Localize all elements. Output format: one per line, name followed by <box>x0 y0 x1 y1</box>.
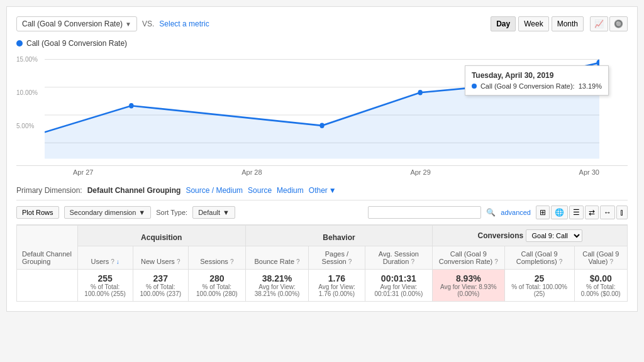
medium-link[interactable]: Medium <box>277 186 304 195</box>
metric-label: Call (Goal 9 Conversion Rate) <box>22 19 123 28</box>
total-new-users-value: 237 <box>138 273 183 283</box>
globe-icon[interactable]: 🌐 <box>551 206 568 219</box>
col1-header-label: Default Channel Grouping <box>22 250 72 265</box>
metric-selector: Call (Goal 9 Conversion Rate) ▼ VS. Sele… <box>16 16 209 31</box>
plot-rows-button[interactable]: Plot Rows <box>16 206 59 219</box>
tooltip-date: Tuesday, April 30, 2019 <box>472 71 602 80</box>
day-button[interactable]: Day <box>491 16 516 31</box>
users-col-header: Users ? ↓ <box>77 246 133 270</box>
total-conversion-cell: 8.93% Avg for View: 8.93% (0.00%) <box>433 270 504 302</box>
sessions-col-header: Sessions ? <box>188 246 245 270</box>
total-pages-value: 1.76 <box>314 273 359 283</box>
line-chart-icon[interactable]: 📈 <box>590 16 608 31</box>
new-users-col-header: New Users ? <box>133 246 188 270</box>
sort-type-dropdown[interactable]: Default ▼ <box>192 206 235 219</box>
chevron-down-icon: ▼ <box>329 186 336 195</box>
table-view-icons: ⊞ 🌐 ☰ ⇄ ↔ ⫿ <box>536 206 628 219</box>
week-button[interactable]: Week <box>518 16 548 31</box>
pie-chart-icon[interactable]: 🔘 <box>609 16 628 31</box>
secondary-dim-label: Secondary dimension <box>70 209 136 216</box>
total-sessions-cell: 280 % of Total: 100.00% (280) <box>188 270 245 302</box>
total-new-users-cell: 237 % of Total: 100.00% (237) <box>133 270 188 302</box>
total-sessions-sub: % of Total: 100.00% (280) <box>194 283 240 297</box>
total-duration-sub: Avg for View: 00:01:31 (0.00%) <box>370 283 427 297</box>
pages-session-col-header: Pages / Session ? <box>309 246 365 270</box>
grid-view-icon[interactable]: ⊞ <box>536 206 550 219</box>
total-completions-cell: 25 % of Total: 100.00% (25) <box>504 270 574 302</box>
total-duration-cell: 00:01:31 Avg for View: 00:01:31 (0.00%) <box>365 270 432 302</box>
total-pages-cell: 1.76 Avg for View: 1.76 (0.00%) <box>309 270 365 302</box>
top-controls: Call (Goal 9 Conversion Rate) ▼ VS. Sele… <box>16 16 628 31</box>
chart-tooltip: Tuesday, April 30, 2019 Call (Goal 9 Con… <box>465 65 609 96</box>
other-dropdown[interactable]: Other ▼ <box>309 186 336 195</box>
pivot-icon[interactable]: ↔ <box>600 206 615 219</box>
total-users-sub: % of Total: 100.00% (255) <box>83 283 128 297</box>
column-view-icon[interactable]: ⫿ <box>616 206 628 219</box>
total-value-cell: $0.00 % of Total: 0.00% ($0.00) <box>574 270 627 302</box>
chevron-down-icon: ▼ <box>125 21 131 28</box>
total-users-value: 255 <box>83 273 128 283</box>
tooltip-value-row: Call (Goal 9 Conversion Rate): 13.19% <box>472 82 602 90</box>
totals-label <box>17 270 78 302</box>
x-axis: Apr 27 Apr 28 Apr 29 Apr 30 <box>16 166 628 181</box>
chevron-down-icon: ▼ <box>138 209 145 216</box>
col1-header: Default Channel Grouping <box>17 226 78 270</box>
search-input[interactable] <box>368 206 481 219</box>
dimension-active[interactable]: Default Channel Grouping <box>87 186 181 195</box>
list-view-icon[interactable]: ☰ <box>569 206 584 219</box>
conversions-header: Conversions Goal 9: Call <box>433 226 628 246</box>
total-duration-value: 00:01:31 <box>370 273 427 283</box>
behavior-header: Behavior <box>245 226 432 246</box>
sort-type-label: Sort Type: <box>156 209 187 216</box>
svg-point-6 <box>319 123 324 128</box>
total-users-cell: 255 % of Total: 100.00% (255) <box>77 270 133 302</box>
total-completions-value: 25 <box>510 273 569 283</box>
select-metric-link[interactable]: Select a metric <box>159 19 209 28</box>
value-col-header: Call (Goal 9 Value) ? <box>574 246 627 270</box>
month-button[interactable]: Month <box>552 16 584 31</box>
bounce-rate-col-header: Bounce Rate ? <box>245 246 308 270</box>
totals-row: 255 % of Total: 100.00% (255) 237 % of T… <box>17 270 628 302</box>
tooltip-metric: Call (Goal 9 Conversion Rate): <box>480 82 575 90</box>
chart-label: Call (Goal 9 Conversion Rate) <box>16 39 628 48</box>
other-label: Other <box>309 186 328 195</box>
x-label-apr27: Apr 27 <box>73 168 93 176</box>
advanced-link[interactable]: advanced <box>501 209 531 216</box>
avg-duration-col-header: Avg. Session Duration ? <box>365 246 432 270</box>
tooltip-number: 13.19% <box>579 82 602 90</box>
total-bounce-cell: 38.21% Avg for View: 38.21% (0.00%) <box>245 270 308 302</box>
table-controls: Plot Rows Secondary dimension ▼ Sort Typ… <box>16 200 628 225</box>
chart-view-buttons: 📈 🔘 <box>590 16 628 31</box>
total-sessions-value: 280 <box>194 273 240 283</box>
x-label-apr30: Apr 30 <box>579 168 599 176</box>
source-link[interactable]: Source <box>248 186 272 195</box>
total-new-users-sub: % of Total: 100.00% (237) <box>138 283 183 297</box>
total-conversion-sub: Avg for View: 8.93% (0.00%) <box>438 283 499 297</box>
sort-value: Default <box>198 209 220 216</box>
completions-col-header: Call (Goal 9 Completions) ? <box>504 246 574 270</box>
data-table: Default Channel Grouping Acquisition Beh… <box>16 225 628 302</box>
total-completions-sub: % of Total: 100.00% (25) <box>510 283 569 297</box>
goal-dropdown[interactable]: Goal 9: Call <box>526 229 582 242</box>
source-medium-link[interactable]: Source / Medium <box>186 186 243 195</box>
chart-area: 15.00% 10.00% 5.00% Tuesday, April 30, <box>16 53 628 166</box>
x-label-apr28: Apr 28 <box>242 168 262 176</box>
metric-dropdown[interactable]: Call (Goal 9 Conversion Rate) ▼ <box>16 16 137 31</box>
secondary-dimension-dropdown[interactable]: Secondary dimension ▼ <box>64 206 152 219</box>
vs-label: VS. <box>142 19 154 28</box>
chart-title: Call (Goal 9 Conversion Rate) <box>26 39 127 48</box>
dimension-bar: Primary Dimension: Default Channel Group… <box>16 181 628 200</box>
total-bounce-sub: Avg for View: 38.21% (0.00%) <box>251 283 303 297</box>
svg-point-5 <box>129 103 133 108</box>
total-conversion-value: 8.93% <box>438 273 499 283</box>
svg-point-7 <box>418 90 423 95</box>
search-icon[interactable]: 🔍 <box>486 208 496 217</box>
total-bounce-value: 38.21% <box>251 273 303 283</box>
total-value-sub: % of Total: 0.00% ($0.00) <box>580 283 622 297</box>
conversion-rate-col-header: Call (Goal 9 Conversion Rate) ? <box>433 246 504 270</box>
tooltip-dot-icon <box>472 84 477 89</box>
compare-icon[interactable]: ⇄ <box>585 206 599 219</box>
acquisition-header: Acquisition <box>77 226 245 246</box>
time-controls: Day Week Month 📈 🔘 <box>491 16 628 31</box>
total-pages-sub: Avg for View: 1.76 (0.00%) <box>314 283 359 297</box>
